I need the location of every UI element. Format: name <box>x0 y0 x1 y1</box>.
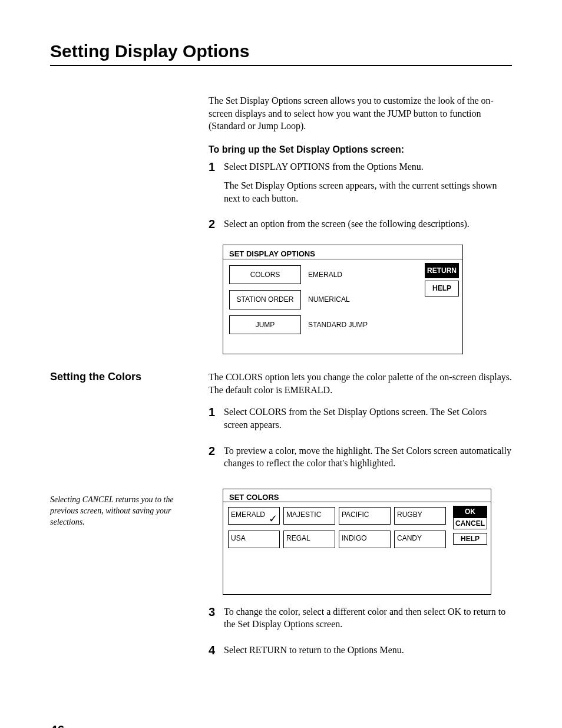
jump-value: STANDARD JUMP <box>308 320 368 330</box>
colors-step-4: Select RETURN to return to the Options M… <box>224 644 512 657</box>
cancel-note: Selecting CANCEL returns you to the prev… <box>50 495 206 670</box>
colors-step-1: Select COLORS from the Set Display Optio… <box>224 406 512 431</box>
jump-button[interactable]: JUMP <box>229 315 301 334</box>
color-emerald-button[interactable]: EMERALD ✓ <box>228 507 280 525</box>
station-order-button[interactable]: STATION ORDER <box>229 290 301 309</box>
colors-button[interactable]: COLORS <box>229 265 301 284</box>
step-1a: Select DISPLAY OPTIONS from the Options … <box>224 160 512 173</box>
screen-title: SET COLORS <box>223 489 491 502</box>
colors-step-2: To preview a color, move the highlight. … <box>224 444 512 470</box>
intro-text: The Set Display Options screen allows yo… <box>209 94 512 133</box>
help-button[interactable]: HELP <box>453 533 487 545</box>
colors-intro: The COLORS option lets you change the co… <box>209 371 512 396</box>
step-2: Select an option from the screen (see th… <box>224 218 512 230</box>
step-number: 2 <box>209 218 224 230</box>
procedure-heading: To bring up the Set Display Options scre… <box>209 143 512 156</box>
screen-title: SET DISPLAY OPTIONS <box>223 245 462 259</box>
step-number: 4 <box>209 644 224 657</box>
intro-block: The Set Display Options screen allows yo… <box>209 85 512 354</box>
color-usa-button[interactable]: USA <box>228 531 280 548</box>
set-display-options-screen: SET DISPLAY OPTIONS COLORS EMERALD STATI… <box>223 245 463 355</box>
color-candy-button[interactable]: CANDY <box>394 531 446 548</box>
cancel-button[interactable]: CANCEL <box>453 518 487 529</box>
set-colors-screen: SET COLORS EMERALD ✓ MAJESTIC PACIFIC RU… <box>223 489 491 595</box>
return-button[interactable]: RETURN <box>425 263 459 278</box>
checkmark-icon: ✓ <box>269 512 277 525</box>
station-order-value: NUMERICAL <box>308 295 350 304</box>
color-indigo-button[interactable]: INDIGO <box>339 531 391 548</box>
colors-value: EMERALD <box>308 270 342 279</box>
page-number: 46 <box>50 723 512 728</box>
color-pacific-button[interactable]: PACIFIC <box>339 507 391 525</box>
step-number: 2 <box>209 444 224 457</box>
colors-step-3: To change the color, select a different … <box>224 605 512 631</box>
section-heading-colors: Setting the Colors <box>50 371 206 483</box>
step-number: 1 <box>209 160 224 173</box>
help-button[interactable]: HELP <box>425 281 459 296</box>
color-label: EMERALD <box>231 510 265 519</box>
color-rugby-button[interactable]: RUGBY <box>394 507 446 525</box>
color-majestic-button[interactable]: MAJESTIC <box>283 507 335 525</box>
step-number: 3 <box>209 605 224 618</box>
color-regal-button[interactable]: REGAL <box>283 531 335 548</box>
step-number: 1 <box>209 406 224 419</box>
ok-button[interactable]: OK <box>453 506 487 518</box>
step-1b: The Set Display Options screen appears, … <box>224 179 512 205</box>
page-title: Setting Display Options <box>50 41 512 66</box>
